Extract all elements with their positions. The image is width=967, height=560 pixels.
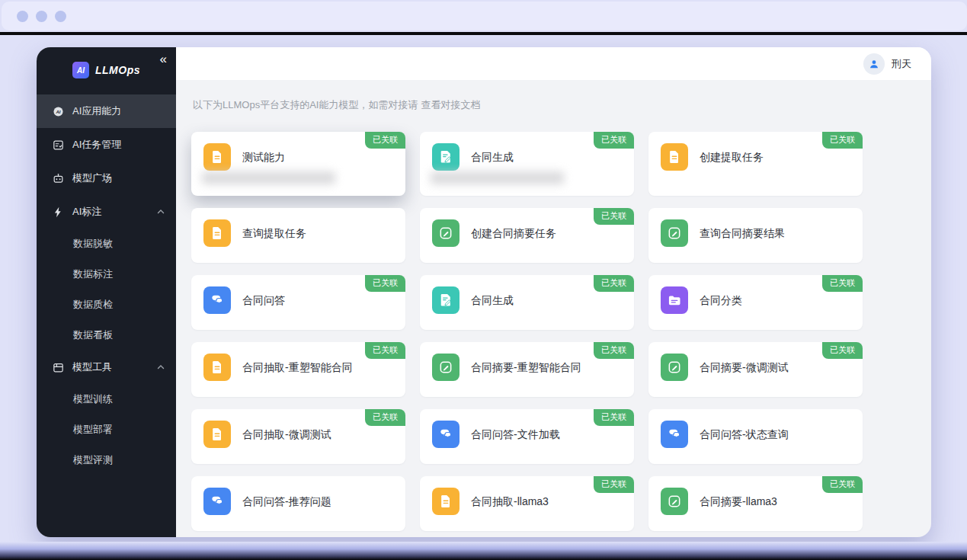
document-pen-icon [432, 286, 459, 314]
linked-badge: 已关联 [365, 342, 405, 359]
window-control-dot[interactable] [17, 11, 28, 22]
capability-card[interactable]: 已关联合同生成 [420, 132, 634, 196]
sidebar-item[interactable]: AI任务管理 [37, 128, 176, 162]
tasks-icon [52, 139, 65, 152]
sidebar-subitem-label: 数据脱敏 [73, 237, 113, 251]
pencil-square-icon [661, 488, 688, 515]
chevron-up-icon [156, 207, 165, 216]
folder-icon [661, 286, 688, 314]
capability-card[interactable]: 已关联创建提取任务 [648, 132, 863, 196]
sidebar-subitem[interactable]: 模型评测 [37, 445, 176, 475]
sidebar-item[interactable]: AIAI应用能力 [37, 94, 176, 128]
card-title: 创建合同摘要任务 [471, 219, 556, 247]
capability-card[interactable]: 已关联合同问答-文件加载 [420, 409, 634, 464]
user-name[interactable]: 刑天 [892, 57, 911, 71]
card-title: 查询合同摘要结果 [700, 219, 785, 247]
content-pane: 刑天 以下为LLMOps平台支持的AI能力模型，如需对接请查看对接文档 已关联测… [176, 47, 931, 537]
capability-card[interactable]: 已关联合同摘要-重塑智能合同 [420, 342, 634, 397]
card-title: 合同问答-推荐问题 [242, 488, 331, 515]
capability-card[interactable]: 已关联合同生成 [420, 275, 634, 330]
card-title: 合同问答-状态查询 [700, 421, 789, 448]
capability-card[interactable]: 已关联测试能力 [191, 132, 405, 196]
sidebar: « AI LLMOps AIAI应用能力AI任务管理模型广场AI标注数据脱敏数据… [37, 47, 176, 537]
window-control-dot[interactable] [36, 11, 47, 22]
sidebar-subitem[interactable]: 模型训练 [37, 384, 176, 414]
card-title: 查询提取任务 [242, 219, 306, 247]
card-title: 合同问答-文件加载 [471, 421, 560, 448]
user-avatar[interactable] [863, 53, 885, 75]
frame-bottom-fade [0, 542, 967, 560]
capability-card[interactable]: 已关联合同摘要-微调测试 [648, 342, 863, 397]
sidebar-subitem-label: 模型评测 [73, 453, 113, 467]
browser-topbar [2, 2, 967, 30]
card-title: 合同摘要-重塑智能合同 [471, 354, 581, 381]
document-icon [203, 421, 231, 448]
linked-badge: 已关联 [822, 132, 863, 149]
sidebar-subitem[interactable]: 数据脱敏 [37, 229, 176, 259]
document-icon [432, 488, 459, 515]
linked-badge: 已关联 [594, 208, 634, 225]
capability-card[interactable]: 已关联合同摘要-llama3 [648, 476, 863, 531]
sidebar-collapse-icon[interactable]: « [160, 52, 167, 67]
card-title: 合同问答 [242, 286, 285, 314]
sidebar-subitem[interactable]: 数据质检 [37, 290, 176, 320]
brand-name: LLMOps [95, 64, 140, 76]
capability-card[interactable]: 查询合同摘要结果 [648, 208, 863, 263]
sidebar-menu: AIAI应用能力AI任务管理模型广场AI标注数据脱敏数据标注数据质检数据看板模型… [37, 94, 176, 475]
top-header: 刑天 [176, 47, 931, 80]
sidebar-item-label: AI任务管理 [72, 138, 165, 152]
capability-card[interactable]: 已关联合同抽取-微调测试 [191, 409, 405, 464]
card-title: 合同抽取-微调测试 [242, 421, 331, 448]
pencil-square-icon [661, 354, 688, 381]
sidebar-subitem[interactable]: 模型部署 [37, 414, 176, 445]
lightning-icon [52, 206, 65, 219]
sidebar-item[interactable]: 模型工具 [37, 350, 176, 384]
pencil-square-icon [432, 219, 459, 247]
capability-card[interactable]: 查询提取任务 [191, 208, 405, 263]
model-plaza-icon [52, 172, 65, 185]
sidebar-subitem-label: 模型训练 [73, 392, 113, 406]
linked-badge: 已关联 [594, 275, 634, 292]
linked-badge: 已关联 [594, 409, 634, 426]
capability-card[interactable]: 合同问答-推荐问题 [191, 476, 405, 531]
capability-card[interactable]: 已关联合同抽取-重塑智能合同 [191, 342, 405, 397]
docs-link[interactable]: 查看对接文档 [421, 99, 480, 110]
sidebar-item[interactable]: AI标注 [37, 195, 176, 229]
sidebar-subitem-label: 数据标注 [73, 267, 113, 281]
card-title: 创建提取任务 [700, 143, 764, 171]
capability-card[interactable]: 已关联创建合同摘要任务 [420, 208, 634, 263]
chat-bubbles-icon [661, 421, 688, 448]
intro-line: 以下为LLMOps平台支持的AI能力模型，如需对接请查看对接文档 [193, 98, 916, 112]
card-title: 合同生成 [471, 286, 514, 314]
sidebar-item-label: 模型工具 [72, 360, 149, 374]
linked-badge: 已关联 [365, 275, 405, 292]
capability-card[interactable]: 已关联合同分类 [648, 275, 863, 330]
capability-card[interactable]: 已关联合同抽取-llama3 [420, 476, 634, 531]
linked-badge: 已关联 [822, 275, 863, 292]
capability-card[interactable]: 合同问答-状态查询 [648, 409, 863, 464]
document-icon [203, 219, 231, 247]
chat-bubbles-icon [432, 421, 459, 448]
sidebar-subitem-label: 数据质检 [73, 298, 113, 312]
sidebar-subitem[interactable]: 数据标注 [37, 259, 176, 290]
sidebar-item[interactable]: 模型广场 [37, 162, 176, 195]
capability-card[interactable]: 已关联合同问答 [191, 275, 405, 330]
ai-badge-icon: AI [52, 105, 65, 118]
window-control-dot[interactable] [55, 11, 66, 22]
linked-badge: 已关联 [594, 132, 634, 149]
blurred-description [431, 171, 564, 184]
sidebar-item-label: AI标注 [72, 205, 149, 219]
linked-badge: 已关联 [365, 132, 405, 149]
linked-badge: 已关联 [822, 476, 863, 493]
card-title: 合同抽取-重塑智能合同 [242, 354, 353, 381]
tools-icon [52, 361, 65, 374]
card-title: 合同分类 [700, 286, 742, 314]
sidebar-subitem[interactable]: 数据看板 [37, 320, 176, 350]
card-title: 合同摘要-微调测试 [700, 354, 789, 381]
main-body: 以下为LLMOps平台支持的AI能力模型，如需对接请查看对接文档 已关联测试能力… [176, 80, 931, 537]
linked-badge: 已关联 [822, 342, 863, 359]
document-icon [203, 143, 231, 171]
pencil-square-icon [432, 354, 459, 381]
brand-mark-icon: AI [72, 62, 89, 78]
app-window: « AI LLMOps AIAI应用能力AI任务管理模型广场AI标注数据脱敏数据… [37, 47, 931, 537]
